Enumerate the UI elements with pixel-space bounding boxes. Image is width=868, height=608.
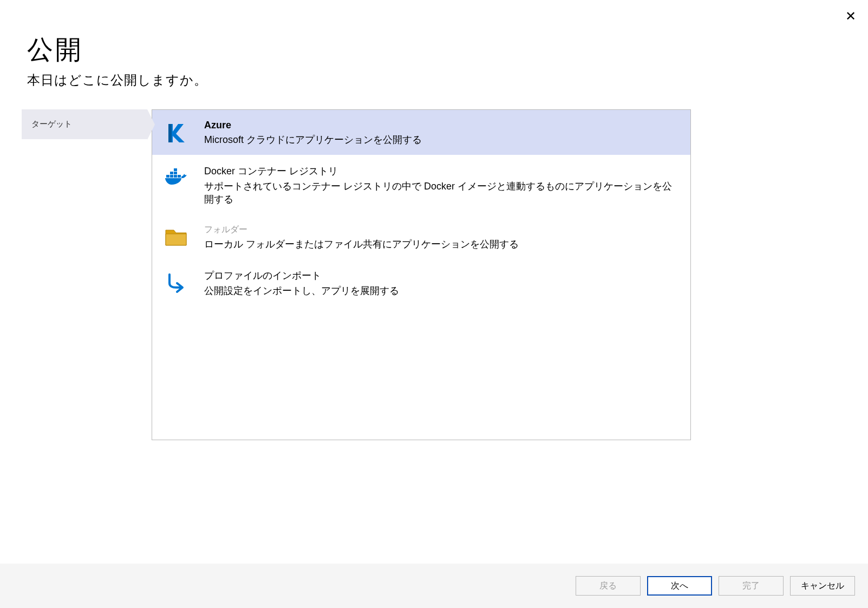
cancel-button[interactable]: キャンセル: [790, 576, 855, 596]
wizard-sidebar: ターゲット: [22, 109, 147, 440]
option-docker[interactable]: Docker コンテナー レジストリ サポートされているコンテナー レジストリの…: [152, 155, 690, 214]
option-description: ローカル フォルダーまたはファイル共有にアプリケーションを公開する: [204, 238, 680, 251]
dialog-footer: 戻る 次へ 完了 キャンセル: [0, 564, 868, 608]
svg-rect-6: [178, 175, 181, 178]
svg-rect-3: [170, 172, 173, 174]
import-arrow-icon: [164, 270, 188, 294]
sidebar-item-target[interactable]: ターゲット: [22, 109, 147, 139]
option-title: Azure: [204, 120, 680, 131]
option-title: プロファイルのインポート: [204, 269, 680, 282]
option-folder[interactable]: フォルダー ローカル フォルダーまたはファイル共有にアプリケーションを公開する: [152, 214, 690, 259]
close-button[interactable]: ✕: [845, 10, 856, 23]
sidebar-item-label: ターゲット: [31, 119, 72, 128]
option-description: サポートされているコンテナー レジストリの中で Docker イメージと連動する…: [204, 180, 680, 206]
options-panel: Azure Microsoft クラウドにアプリケーションを公開する Dock: [152, 109, 691, 440]
option-import-profile[interactable]: プロファイルのインポート 公開設定をインポートし、アプリを展開する: [152, 259, 690, 306]
option-azure[interactable]: Azure Microsoft クラウドにアプリケーションを公開する: [152, 110, 690, 155]
dialog-header: 公開 本日はどこに公開しますか。: [0, 0, 868, 89]
back-button[interactable]: 戻る: [576, 576, 641, 596]
page-title: 公開: [27, 32, 868, 67]
svg-rect-2: [174, 175, 177, 178]
option-description: Microsoft クラウドにアプリケーションを公開する: [204, 133, 680, 146]
svg-rect-5: [174, 168, 177, 171]
azure-icon: [164, 121, 188, 145]
finish-button[interactable]: 完了: [719, 576, 784, 596]
svg-rect-4: [174, 172, 177, 174]
option-title: Docker コンテナー レジストリ: [204, 165, 680, 178]
next-button[interactable]: 次へ: [647, 576, 712, 596]
folder-icon: [164, 225, 188, 249]
option-description: 公開設定をインポートし、アプリを展開する: [204, 284, 680, 297]
docker-icon: [164, 166, 188, 189]
option-title: フォルダー: [204, 224, 680, 236]
page-subtitle: 本日はどこに公開しますか。: [27, 71, 868, 89]
svg-rect-1: [170, 175, 173, 178]
svg-rect-0: [166, 175, 169, 178]
